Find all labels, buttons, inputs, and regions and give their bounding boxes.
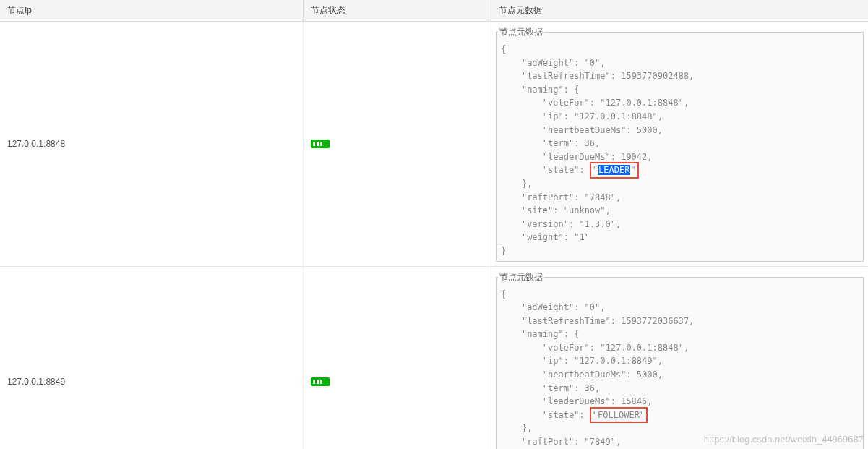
- node-ip-text: 127.0.0.1:8849: [7, 377, 65, 387]
- state-value: FOLLOWER: [598, 410, 640, 420]
- header-meta[interactable]: 节点元数据: [491, 0, 868, 21]
- node-meta-cell: 节点元数据 { "adWeight": "0", "lastRefreshTim…: [491, 22, 868, 266]
- table-header: 节点Ip 节点状态 节点元数据: [0, 0, 868, 22]
- header-ip[interactable]: 节点Ip: [0, 0, 304, 21]
- header-status[interactable]: 节点状态: [304, 0, 491, 21]
- state-highlight: "FOLLOWER": [590, 407, 648, 424]
- node-meta-cell: 节点元数据 { "adWeight": "0", "lastRefreshTim…: [491, 267, 868, 450]
- state-highlight: "LEADER": [590, 162, 639, 179]
- state-value-selected: LEADER: [598, 165, 630, 175]
- meta-legend: 节点元数据: [498, 271, 544, 283]
- node-ip-cell: 127.0.0.1:8849: [0, 267, 304, 450]
- meta-json[interactable]: { "adWeight": "0", "lastRefreshTime": 15…: [499, 43, 860, 258]
- meta-fieldset: 节点元数据 { "adWeight": "0", "lastRefreshTim…: [496, 271, 864, 450]
- meta-legend: 节点元数据: [498, 26, 544, 38]
- status-up-icon: [311, 140, 330, 148]
- status-up-icon: [311, 377, 330, 386]
- meta-fieldset: 节点元数据 { "adWeight": "0", "lastRefreshTim…: [496, 26, 864, 262]
- node-ip-text: 127.0.0.1:8848: [7, 139, 65, 149]
- table-row[interactable]: 127.0.0.1:8849 节点元数据 { "adWeight": "0", …: [0, 267, 868, 450]
- table-row[interactable]: 127.0.0.1:8848 节点元数据 { "adWeight": "0", …: [0, 22, 868, 267]
- node-status-cell: [304, 267, 491, 450]
- node-status-cell: [304, 22, 491, 266]
- node-ip-cell: 127.0.0.1:8848: [0, 22, 304, 266]
- node-table: 节点Ip 节点状态 节点元数据 127.0.0.1:8848 节点元数据 { "…: [0, 0, 868, 449]
- meta-json[interactable]: { "adWeight": "0", "lastRefreshTime": 15…: [499, 288, 860, 450]
